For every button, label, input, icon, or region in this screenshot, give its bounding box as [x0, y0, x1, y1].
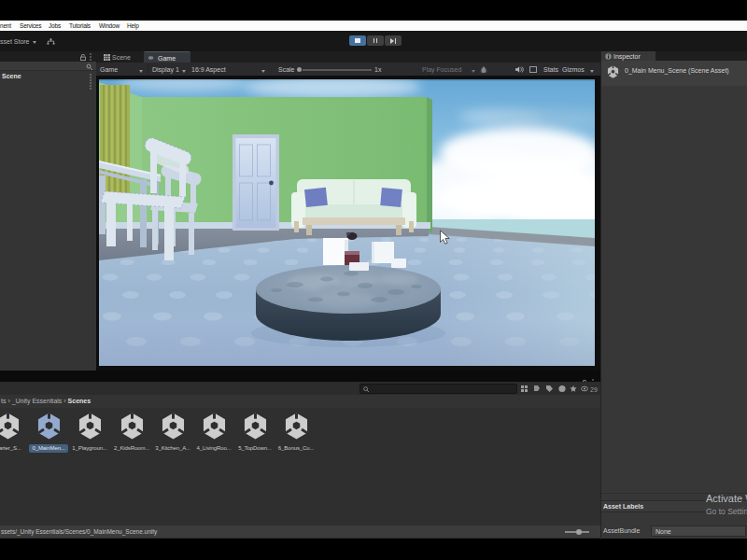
svg-text:29: 29 — [590, 386, 598, 393]
